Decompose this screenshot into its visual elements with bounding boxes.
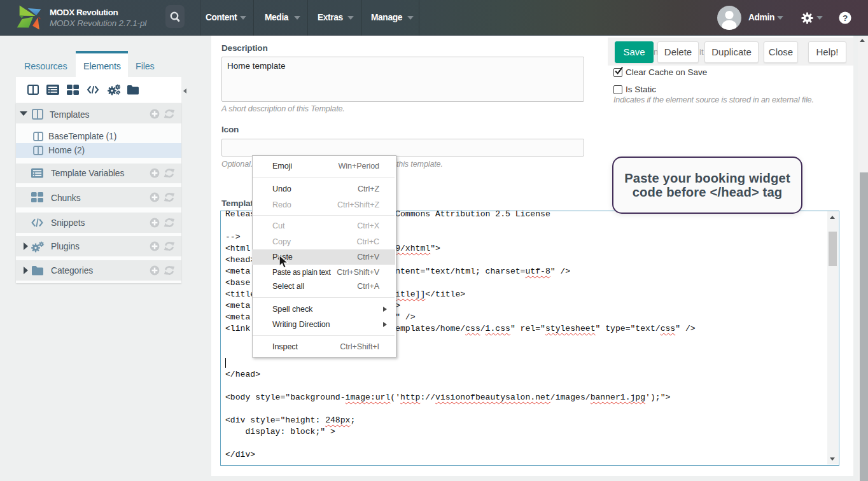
svg-text:?: ? (843, 13, 848, 23)
